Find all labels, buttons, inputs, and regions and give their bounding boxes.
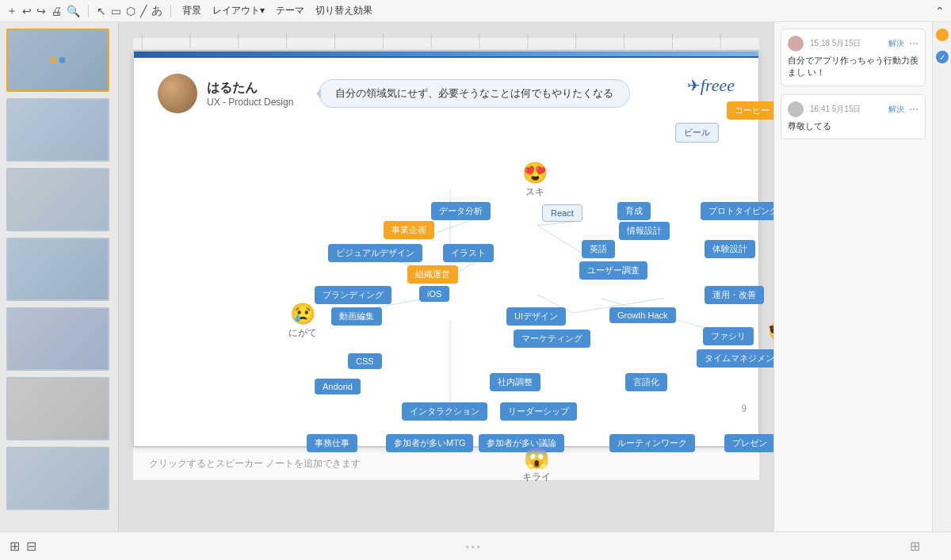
tag-ios: iOS bbox=[419, 286, 449, 302]
tag-douga: 動画編集 bbox=[331, 307, 382, 326]
blue-check-icon: ✓ bbox=[936, 51, 949, 63]
shape-tool[interactable]: ⬡ bbox=[126, 5, 136, 17]
comment-header-1: 15:18 5月15日 解決 ⋯ bbox=[788, 36, 919, 51]
rect-tool[interactable]: ▭ bbox=[111, 5, 121, 17]
tag-marketing: マーケティング bbox=[514, 330, 590, 348]
toolbar: ＋ ↩ ↪ 🖨 🔍 ↖ ▭ ⬡ ╱ あ 背景 レイアウト▾ テーマ 切り替え効果… bbox=[0, 0, 951, 22]
tag-giron: 参加者が多い議論 bbox=[479, 434, 564, 452]
zoom-tool[interactable]: 🔍 bbox=[67, 5, 80, 17]
slide-thumb-4[interactable] bbox=[6, 238, 109, 301]
tag-soshiki: 組織運営 bbox=[407, 265, 458, 284]
svg-line-6 bbox=[537, 222, 573, 226]
main-layout: | | | | | | | | | | | | | | | | | | | | … bbox=[0, 22, 951, 531]
tag-growth: Growth Hack bbox=[609, 307, 676, 323]
comment-time-1: 15:18 5月15日 bbox=[810, 38, 861, 49]
tag-react: React bbox=[542, 204, 582, 222]
canvas-area: | | | | | | | | | | | | | | | | | | | | … bbox=[119, 22, 773, 531]
slide-thumb-5[interactable] bbox=[6, 307, 109, 371]
comment-meta-1: 15:18 5月15日 bbox=[788, 36, 861, 51]
print-tool[interactable]: 🖨 bbox=[51, 5, 62, 17]
tag-shacho: 社内調整 bbox=[490, 373, 540, 391]
maximize-icon[interactable]: ⌃ bbox=[935, 5, 945, 17]
tokui-emoji: 😎 とくい bbox=[768, 319, 773, 371]
sep1 bbox=[88, 5, 89, 17]
comment-item-2: 16:41 5月15日 解決 ⋯ 尊敬してる bbox=[781, 94, 926, 139]
nigatte-emoji: 😢 にがて bbox=[288, 302, 317, 340]
undo-tool[interactable]: ↩ bbox=[22, 5, 32, 17]
grid-view-icon[interactable]: ⊟ bbox=[26, 539, 36, 554]
tag-ui: UIデザイン bbox=[506, 307, 566, 326]
kirai-emoji: 😱 キライ bbox=[522, 446, 551, 484]
speech-bubble: 自分の領域気にせず、必要そうなことは何でもやりたくなる bbox=[319, 79, 630, 108]
comment-more-1[interactable]: ⋯ bbox=[909, 38, 919, 49]
slide-thumb-1[interactable] bbox=[6, 29, 109, 92]
comments-sidebar: 15:18 5月15日 解決 ⋯ 自分でアプリ作っちゃう行動力羨まし い！ bbox=[773, 22, 932, 531]
tag-joho: 情報設計 bbox=[619, 222, 670, 240]
comment-item-1: 15:18 5月15日 解決 ⋯ 自分でアプリ作っちゃう行動力羨まし い！ bbox=[781, 29, 926, 86]
comment-resolve-2[interactable]: 解決 bbox=[888, 104, 904, 115]
tag-android: Andorid bbox=[315, 379, 361, 394]
transition-menu[interactable]: 切り替え効果 bbox=[312, 4, 376, 17]
tag-mtg: 参加者が多いMTG bbox=[386, 434, 473, 452]
slide-main[interactable]: はるたん UX - Product Design 自分の領域気にせず、必要そうな… bbox=[133, 51, 759, 447]
layout-menu[interactable]: レイアウト▾ bbox=[209, 4, 268, 17]
slide-thumb-2[interactable] bbox=[6, 98, 109, 162]
freee-logo: freee bbox=[701, 75, 735, 96]
comment-resolve-1[interactable]: 解決 bbox=[888, 38, 904, 49]
ruler-horizontal: | | | | | | | | | | | | | | | | | | | | … bbox=[133, 38, 759, 51]
slide-view-icon[interactable]: ⊞ bbox=[10, 539, 20, 554]
tag-data: データ分析 bbox=[431, 202, 491, 220]
freee-bird-icon: ✈ bbox=[687, 76, 701, 95]
sep2 bbox=[170, 5, 171, 17]
comment-meta-2: 16:41 5月15日 bbox=[788, 101, 861, 117]
tag-css: CSS bbox=[348, 353, 382, 369]
slide-top-bar bbox=[134, 51, 758, 58]
tag-jimu: 事務仕事 bbox=[307, 434, 357, 452]
notes-placeholder: クリックするとスピーカー ノートを追加できます bbox=[149, 458, 361, 469]
add-slide-icon[interactable]: ⊞ bbox=[910, 539, 920, 553]
coffee-tag: コーヒー bbox=[727, 101, 773, 120]
beer-tag: ビール bbox=[675, 123, 719, 143]
slide-panel bbox=[0, 22, 119, 531]
yellow-dot-icon bbox=[936, 29, 949, 41]
tag-leadership: リーダーシップ bbox=[500, 402, 577, 421]
tag-routine: ルーティンワーク bbox=[609, 434, 695, 452]
freee-logo-area: ✈ freee bbox=[687, 75, 735, 96]
comment-time-2: 16:41 5月15日 bbox=[810, 104, 861, 115]
tag-fasiri: ファシリ bbox=[703, 327, 754, 345]
bg-menu[interactable]: 背景 bbox=[179, 4, 204, 17]
theme-menu[interactable]: テーマ bbox=[273, 4, 307, 17]
notes-hint: ▪ ▪ ▪ bbox=[466, 542, 480, 551]
slide-thumb-7[interactable] bbox=[6, 447, 109, 510]
bottom-right: ⊞ bbox=[910, 539, 941, 554]
comment-header-2: 16:41 5月15日 解決 ⋯ bbox=[788, 101, 919, 117]
slide-thumb-6[interactable] bbox=[6, 377, 109, 440]
right-panel: 15:18 5月15日 解決 ⋯ 自分でアプリ作っちゃう行動力羨まし い！ bbox=[773, 22, 951, 531]
select-tool[interactable]: ↖ bbox=[97, 5, 106, 17]
redo-tool[interactable]: ↪ bbox=[36, 5, 46, 17]
slide-thumb-3[interactable] bbox=[6, 168, 109, 231]
comment-more-2[interactable]: ⋯ bbox=[909, 104, 919, 115]
text-tool[interactable]: あ bbox=[151, 4, 162, 18]
tag-interaction: インタラクション bbox=[402, 402, 487, 421]
right-icon-strip: ✓ bbox=[932, 22, 951, 531]
tag-proto: プロトタイピング bbox=[701, 202, 773, 220]
tag-ikuse: 育成 bbox=[617, 202, 651, 220]
line-tool[interactable]: ╱ bbox=[140, 5, 147, 17]
add-tool[interactable]: ＋ bbox=[6, 4, 17, 18]
speech-text: 自分の領域気にせず、必要そうなことは何でもやりたくなる bbox=[335, 87, 613, 99]
profile-name: はるたん bbox=[207, 80, 293, 97]
profile-section: はるたん UX - Product Design 自分の領域気にせず、必要そうな… bbox=[158, 74, 735, 113]
suki-emoji: 😍 スキ bbox=[522, 161, 548, 199]
tag-illust: イラスト bbox=[443, 244, 494, 262]
profile-info: はるたん UX - Product Design bbox=[207, 80, 293, 108]
tag-undo: 運用・改善 bbox=[705, 286, 764, 304]
tag-gengo: 言語化 bbox=[625, 373, 667, 391]
comment-avatar-1 bbox=[788, 36, 804, 51]
comment-text-2: 尊敬してる bbox=[788, 120, 919, 132]
tag-time: タイムマネジメント bbox=[697, 349, 773, 368]
avatar bbox=[158, 74, 197, 113]
bottom-left-icons: ⊞ ⊟ bbox=[10, 539, 36, 554]
bottom-bar: ⊞ ⊟ ▪ ▪ ▪ ⊞ bbox=[0, 531, 951, 560]
tag-branding: ブランディング bbox=[315, 286, 391, 304]
